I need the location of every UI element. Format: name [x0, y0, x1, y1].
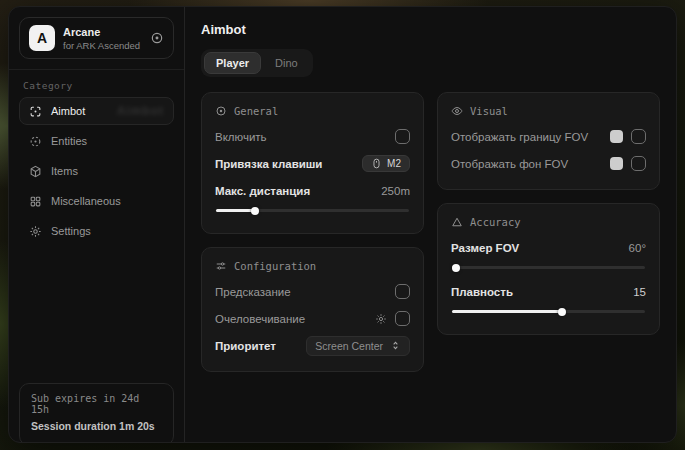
sidebar-item-label: Miscellaneous [51, 195, 121, 207]
gear-icon [29, 225, 42, 238]
triangle-icon [451, 216, 463, 228]
prediction-checkbox[interactable] [395, 284, 410, 299]
grid-icon [29, 195, 42, 208]
fov-background-checkbox[interactable] [631, 156, 646, 171]
page-title: Aimbot [201, 22, 660, 37]
slider-thumb[interactable] [452, 264, 460, 272]
subscription-panel: Sub expires in 24d 15h Session duration … [19, 383, 174, 443]
crosshair-icon [29, 105, 42, 118]
keybind-value: M2 [387, 158, 401, 169]
smoothness-row: Плавность 15 [451, 278, 646, 305]
sidebar-item-label: Aimbot [51, 105, 85, 117]
distance-slider[interactable] [216, 206, 409, 215]
sidebar-item-entities[interactable]: Entities [19, 127, 174, 155]
fov-border-row: Отображать границу FOV [451, 123, 646, 150]
brand-name: Arcane [63, 26, 142, 38]
priority-label: Приоритет [215, 340, 276, 352]
fov-border-checkbox[interactable] [631, 129, 646, 144]
divider [9, 69, 184, 70]
cube-icon [29, 165, 42, 178]
sidebar-item-miscellaneous[interactable]: Miscellaneous [19, 187, 174, 215]
distance-row: Макс. дистанция 250m [215, 177, 410, 204]
ghost-text: Aimbot [117, 104, 164, 118]
fov-size-slider[interactable] [452, 263, 645, 272]
smoothness-slider[interactable] [452, 307, 645, 316]
fov-border-color-swatch[interactable] [610, 130, 623, 143]
app-window: A Arcane for ARK Ascended Category Aimbo… [8, 6, 677, 443]
smoothness-value: 15 [633, 286, 646, 298]
fov-size-label: Размер FOV [451, 242, 519, 254]
slider-track [452, 266, 645, 269]
unfold-icon [390, 340, 401, 351]
sidebar-item-items[interactable]: Items [19, 157, 174, 185]
priority-row: Приоритет Screen Center [215, 332, 410, 359]
keybind-row: Привязка клавиши M2 [215, 150, 410, 177]
fov-size-row: Размер FOV 60° [451, 234, 646, 261]
gear-icon[interactable] [375, 313, 387, 325]
humanize-row: Очеловечивание [215, 305, 410, 332]
accuracy-card: Accuracy Размер FOV 60° Плавность 15 [437, 203, 660, 335]
card-title: General [234, 105, 278, 117]
fov-background-color-swatch[interactable] [610, 157, 623, 170]
enable-label: Включить [215, 131, 267, 143]
smoothness-label: Плавность [451, 286, 513, 298]
session-duration-text: Session duration 1m 20s [31, 420, 162, 432]
main-content: Aimbot Player Dino General Включить [185, 7, 676, 442]
distance-label: Макс. дистанция [215, 185, 310, 197]
category-label: Category [23, 80, 170, 91]
sidebar-item-label: Settings [51, 225, 91, 237]
sliders-icon [215, 260, 227, 272]
prediction-row: Предсказание [215, 278, 410, 305]
app-logo: A [29, 25, 55, 51]
sidebar-item-settings[interactable]: Settings [19, 217, 174, 245]
radar-icon [29, 135, 42, 148]
slider-thumb[interactable] [558, 308, 566, 316]
target-icon[interactable] [150, 31, 164, 45]
distance-value: 250m [381, 185, 410, 197]
visual-card: Visual Отображать границу FOV Отображать… [437, 92, 660, 190]
slider-thumb[interactable] [251, 207, 259, 215]
fov-background-row: Отображать фон FOV [451, 150, 646, 177]
sidebar: A Arcane for ARK Ascended Category Aimbo… [9, 7, 185, 442]
configuration-card: Configuration Предсказание Очеловечивани… [201, 247, 424, 372]
keybind-button[interactable]: M2 [362, 155, 410, 172]
fov-size-value: 60° [629, 242, 646, 254]
card-title: Configuration [234, 260, 316, 272]
brand-card: A Arcane for ARK Ascended [19, 17, 174, 59]
enable-checkbox[interactable] [395, 129, 410, 144]
humanize-label: Очеловечивание [215, 313, 305, 325]
sidebar-nav: Aimbot Aimbot Entities Items Miscellane [19, 97, 174, 245]
priority-select[interactable]: Screen Center [306, 336, 410, 356]
general-card: General Включить Привязка клавиши M2 [201, 92, 424, 234]
tab-player[interactable]: Player [204, 52, 261, 74]
humanize-checkbox[interactable] [395, 311, 410, 326]
slider-fill [452, 310, 562, 313]
priority-value: Screen Center [315, 340, 383, 352]
keybind-label: Привязка клавиши [215, 158, 322, 170]
sidebar-item-label: Entities [51, 135, 87, 147]
eye-icon [451, 105, 463, 117]
brand-subtitle: for ARK Ascended [63, 40, 142, 51]
card-title: Accuracy [470, 216, 521, 228]
sidebar-item-aimbot[interactable]: Aimbot Aimbot [19, 97, 174, 125]
cards-grid: General Включить Привязка клавиши M2 [201, 92, 660, 372]
tab-dino[interactable]: Dino [263, 52, 310, 74]
mouse-icon [371, 158, 382, 169]
tab-group: Player Dino [201, 49, 313, 77]
sidebar-item-label: Items [51, 165, 78, 177]
prediction-label: Предсказание [215, 286, 291, 298]
enable-row: Включить [215, 123, 410, 150]
target-icon [215, 105, 227, 117]
slider-fill [216, 209, 255, 212]
card-title: Visual [470, 105, 508, 117]
fov-background-label: Отображать фон FOV [451, 158, 568, 170]
fov-border-label: Отображать границу FOV [451, 131, 588, 143]
sub-expires-text: Sub expires in 24d 15h [31, 393, 162, 415]
